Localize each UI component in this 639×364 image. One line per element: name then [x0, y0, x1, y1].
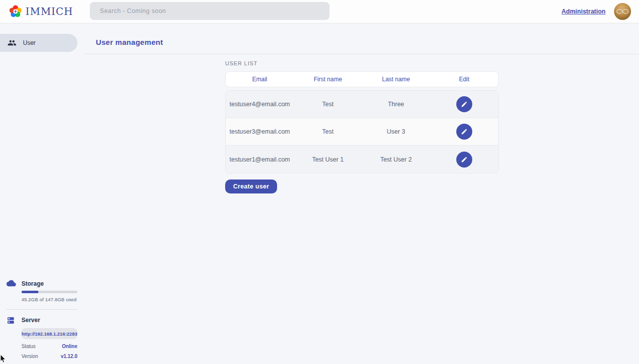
edit-user-button[interactable]	[456, 124, 472, 140]
immich-flower-icon	[9, 5, 22, 18]
user-last-name: User 3	[362, 128, 430, 135]
user-table-header: Email First name Last name Edit	[225, 71, 499, 87]
immich-logo[interactable]: IMMICH	[9, 5, 73, 18]
server-version-row: Version v1.12.0	[21, 354, 77, 359]
column-header-edit: Edit	[430, 76, 499, 83]
storage-panel: Storage 45.2GB of 147.8GB used	[0, 280, 85, 302]
mouse-cursor	[0, 354, 7, 364]
column-header-first-name: First name	[294, 76, 362, 83]
user-email: testuser3@email.com	[226, 128, 294, 135]
table-row: testuser3@email.com Test User 3	[226, 118, 498, 146]
version-value: v1.12.0	[61, 354, 77, 359]
storage-title: Storage	[21, 280, 85, 288]
create-user-button[interactable]: Create user	[225, 180, 277, 193]
table-row: testuser4@email.com Test Three	[226, 91, 498, 118]
version-label: Version	[21, 354, 38, 359]
pencil-icon	[461, 156, 468, 163]
cloud-icon	[6, 280, 16, 289]
server-status-row: Status Online	[21, 344, 77, 349]
server-icon	[6, 316, 15, 327]
user-email: testuser1@email.com	[226, 156, 294, 163]
user-email: testuser4@email.com	[226, 101, 294, 108]
user-last-name: Test User 2	[362, 156, 430, 163]
logo-wordmark: IMMICH	[25, 5, 73, 17]
title-divider	[85, 54, 639, 54]
admin-sidebar: User Storage 45.2GB of 147.8GB used	[0, 23, 85, 364]
status-value: Online	[62, 344, 77, 349]
user-first-name: Test	[294, 128, 362, 135]
server-url-badge: http://192.168.1.216:2283	[21, 328, 77, 339]
page-title: User management	[85, 23, 639, 46]
glasses-shape	[616, 8, 629, 14]
sidebar-item-user[interactable]: User	[0, 34, 77, 52]
server-panel: Server http://192.168.1.216:2283 Status …	[0, 316, 85, 359]
user-first-name: Test User 1	[294, 156, 362, 163]
sidebar-divider	[6, 309, 77, 310]
edit-user-button[interactable]	[456, 96, 472, 112]
table-row: testuser1@email.com Test User 1 Test Use…	[226, 146, 498, 173]
user-avatar[interactable]	[614, 3, 631, 20]
users-icon	[7, 38, 16, 47]
edit-user-button[interactable]	[456, 152, 472, 168]
user-table-body: testuser4@email.com Test Three testuser3…	[225, 90, 499, 174]
user-list-label: USER LIST	[225, 60, 499, 66]
pencil-icon	[461, 128, 468, 135]
top-bar: IMMICH Administration	[0, 0, 639, 23]
status-label: Status	[21, 344, 35, 349]
user-first-name: Test	[294, 101, 362, 108]
search-input[interactable]	[90, 2, 329, 20]
storage-progress-bar	[21, 291, 77, 293]
storage-progress-fill	[21, 291, 38, 293]
main-content: User management USER LIST Email First na…	[85, 23, 639, 364]
sidebar-item-label: User	[23, 39, 35, 46]
server-title: Server	[21, 316, 85, 324]
administration-link[interactable]: Administration	[562, 8, 606, 15]
user-last-name: Three	[362, 101, 430, 108]
column-header-email: Email	[226, 76, 294, 83]
storage-usage-text: 45.2GB of 147.8GB used	[21, 297, 85, 302]
column-header-last-name: Last name	[362, 76, 430, 83]
pencil-icon	[461, 101, 468, 108]
